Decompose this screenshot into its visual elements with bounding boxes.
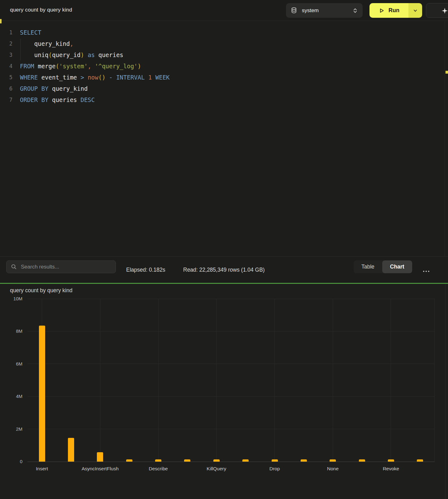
- search-box: [6, 260, 116, 273]
- y-axis-label: 0: [4, 459, 22, 464]
- code-line: 6GROUP BY query_kind: [0, 83, 448, 94]
- line-number: 5: [0, 74, 12, 80]
- results-toolbar: Elapsed: 0.182s Read: 22,285,349 rows (1…: [0, 256, 448, 283]
- code-line: 4FROM merge('system', '^query_log'): [0, 61, 448, 72]
- code-line: 3 uniq(query_id) as queries: [0, 49, 448, 61]
- chevron-updown-icon: [353, 7, 358, 14]
- chart-bar: [39, 326, 45, 462]
- line-number: 2: [0, 41, 12, 47]
- line-number: 1: [0, 29, 12, 36]
- query-title: query count by query kind: [10, 7, 72, 13]
- ellipsis-icon: [423, 270, 430, 272]
- database-icon: [291, 7, 297, 14]
- code-token: query_kind: [52, 85, 88, 92]
- tab-table[interactable]: Table: [354, 260, 382, 273]
- chart-bar: [388, 459, 394, 462]
- code-token: ,: [70, 40, 73, 47]
- gridline-h: [27, 396, 435, 397]
- play-icon: [379, 7, 385, 14]
- editor-scrollbar[interactable]: [445, 21, 448, 256]
- code-token: WEEK: [152, 74, 169, 81]
- code-token: WHERE: [20, 74, 41, 81]
- code-token: 'system': [59, 63, 88, 70]
- header: query count by query kind system: [0, 0, 448, 21]
- gridline-v: [100, 299, 100, 462]
- code-text: FROM merge('system', '^query_log'): [20, 63, 141, 70]
- chart-bar: [68, 438, 74, 462]
- chart-bar: [242, 459, 249, 462]
- run-options-dropdown-button[interactable]: [408, 3, 422, 18]
- y-axis-label: 10M: [4, 296, 22, 301]
- code-line: 5WHERE event_time > now() - INTERVAL 1 W…: [0, 72, 448, 83]
- x-axis-label: AsyncInsertFlush: [82, 466, 119, 472]
- search-icon: [11, 264, 17, 269]
- chevron-down-icon: [413, 8, 418, 13]
- search-input[interactable]: [20, 264, 111, 270]
- sql-console-window: query count by query kind system: [0, 0, 448, 499]
- read-stat: Read: 22,285,349 rows (1.04 GB): [183, 257, 265, 283]
- code-token: query_kind: [34, 40, 70, 47]
- sql-editor[interactable]: 1SELECT2 query_kind,3 uniq(query_id) as …: [0, 21, 448, 256]
- code-token: DESC: [80, 96, 95, 103]
- chart-bar: [155, 459, 161, 462]
- y-axis-label: 2M: [4, 426, 22, 432]
- bar-chart-plot: 02M4M6M8M10MInsertAsyncInsertFlushDescri…: [27, 299, 435, 462]
- chart-bar: [213, 459, 220, 462]
- database-selector-value: system: [302, 7, 319, 14]
- code-token: event_time: [41, 74, 81, 81]
- run-button[interactable]: Run: [369, 3, 408, 18]
- chart-bar: [184, 459, 190, 462]
- x-axis-label: Insert: [36, 466, 48, 472]
- code-token: ): [138, 63, 141, 70]
- code-token: >: [80, 74, 88, 81]
- line-number: 6: [0, 85, 12, 92]
- code-token: (): [98, 74, 106, 81]
- gridline-h: [27, 364, 435, 364]
- code-text: GROUP BY query_kind: [20, 85, 88, 92]
- y-axis-label: 4M: [4, 394, 22, 399]
- x-axis-label: Revoke: [383, 466, 399, 472]
- sparkle-icon: [442, 8, 448, 14]
- code-token: GROUP BY: [20, 85, 52, 92]
- chart-bar: [330, 459, 336, 462]
- code-token: - INTERVAL: [106, 74, 148, 81]
- code-line: 2 query_kind,: [0, 38, 448, 49]
- view-toggle: Table Chart: [354, 260, 412, 273]
- elapsed-stat: Elapsed: 0.182s: [126, 257, 165, 283]
- scrollbar-marker: [446, 71, 448, 74]
- tab-chart[interactable]: Chart: [382, 260, 412, 273]
- code-token: queries: [98, 51, 123, 58]
- code-token: 1: [148, 74, 152, 81]
- more-menu-button[interactable]: [421, 269, 431, 274]
- code-token: [20, 51, 34, 58]
- code-token: ORDER BY: [20, 96, 52, 103]
- assistant-button[interactable]: [426, 3, 448, 18]
- x-axis-label: Describe: [149, 466, 168, 472]
- gridline-v: [391, 299, 391, 462]
- chart-bar: [301, 459, 307, 462]
- code-text: ORDER BY queries DESC: [20, 96, 95, 103]
- code-token: ): [81, 51, 84, 58]
- code-token: (: [55, 63, 59, 70]
- y-axis-label: 6M: [4, 361, 22, 366]
- code-text: SELECT: [20, 29, 41, 36]
- x-axis-label: None: [327, 466, 339, 472]
- code-text: WHERE event_time > now() - INTERVAL 1 WE…: [20, 74, 170, 81]
- gridline-h: [27, 331, 435, 332]
- gridline-v: [216, 299, 217, 462]
- code-token: [20, 40, 34, 47]
- code-text: query_kind,: [20, 40, 74, 47]
- run-button-group: Run: [369, 3, 422, 18]
- x-axis-label: Drop: [269, 466, 280, 472]
- code-token: now: [88, 74, 98, 81]
- chart-bar: [359, 459, 365, 462]
- database-selector[interactable]: system: [286, 3, 363, 18]
- chart-panel: query count by query kind 02M4M6M8M10MIn…: [0, 284, 448, 499]
- line-number: 7: [0, 97, 12, 103]
- y-axis-label: 8M: [4, 328, 22, 334]
- gridline-h: [27, 462, 435, 462]
- panel-scrollbar[interactable]: [445, 284, 446, 499]
- code-lines: 1SELECT2 query_kind,3 uniq(query_id) as …: [0, 21, 448, 105]
- chart-title: query count by query kind: [10, 287, 72, 294]
- gridline-h: [27, 299, 435, 299]
